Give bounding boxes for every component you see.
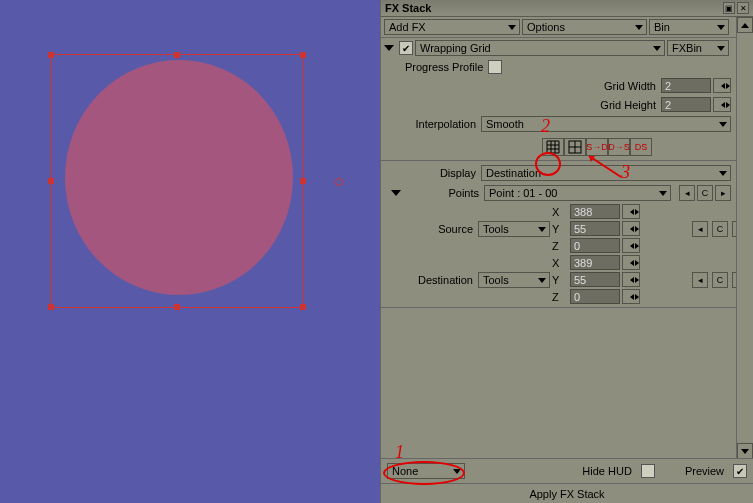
grid-width-label: Grid Width [604,80,659,92]
grid-height-spinner[interactable] [713,97,731,112]
points-disclosure[interactable] [391,190,401,196]
dest-prev-button[interactable]: ◂ [692,272,708,288]
progress-label: Progress Profile [405,61,486,73]
viewport-canvas[interactable] [0,0,380,503]
source-dropdown[interactable]: Tools [478,221,550,237]
handle-bl[interactable] [48,304,54,310]
bottom-bar: None Hide HUD Preview ✔ [381,458,753,483]
titlebar-collapse-icon[interactable]: ▣ [723,2,735,14]
source-x-spinner[interactable] [622,204,640,219]
grid-height-field[interactable]: 2 [661,97,711,112]
preview-label: Preview [685,465,727,477]
scroll-up-button[interactable] [737,17,753,33]
fxbin-label: FXBin [672,42,716,54]
grid-width-field[interactable]: 2 [661,78,711,93]
source-prev-button[interactable]: ◂ [692,221,708,237]
points-value: Point : 01 - 00 [489,187,658,199]
ds-swap-button[interactable]: DS [630,138,652,156]
handle-bm[interactable] [174,304,180,310]
dest-x-spinner[interactable] [622,255,640,270]
handle-mr[interactable] [300,178,306,184]
destination-dropdown[interactable]: Tools [478,272,550,288]
handle-tl[interactable] [48,52,54,58]
source-to-dest-button[interactable]: S→D [586,138,608,156]
progress-swatch[interactable] [488,60,502,74]
effect-dropdown[interactable]: Wrapping Grid [415,40,665,56]
source-y-spinner[interactable] [622,221,640,236]
source-c-button[interactable]: C [712,221,728,237]
source-x-field[interactable]: 388 [570,204,620,219]
rotate-handle[interactable] [335,178,343,186]
destination-block: X 389 Destination Tools Y 55 ◂ C ▸ Z 0 [381,254,753,305]
preview-checkbox[interactable]: ✔ [733,464,747,478]
source-z-label: Z [552,238,568,253]
options-dropdown[interactable]: Options [522,19,647,35]
display-value: Destination [486,167,718,179]
dest-z-field[interactable]: 0 [570,289,620,304]
mode-label: None [392,465,452,477]
bin-label: Bin [654,21,716,33]
source-z-field[interactable]: 0 [570,238,620,253]
progress-row: Progress Profile [381,58,753,76]
effect-disclosure[interactable] [384,45,394,51]
points-label: Points [406,187,482,199]
source-z-spinner[interactable] [622,238,640,253]
destination-label: Destination [384,272,476,287]
handle-tr[interactable] [300,52,306,58]
points-dropdown[interactable]: Point : 01 - 00 [484,185,671,201]
source-x-label: X [552,204,568,219]
grid-height-row: Grid Height 2 [381,95,753,114]
grid-single-icon[interactable] [564,138,586,156]
titlebar-close-icon[interactable]: ✕ [737,2,749,14]
dest-x-label: X [552,255,568,270]
display-dropdown[interactable]: Destination [481,165,731,181]
panel-titlebar: FX Stack ▣ ✕ [381,0,753,17]
fx-stack-panel: FX Stack ▣ ✕ Add FX Options Bin ✔ Wrappi… [380,0,753,503]
apply-fx-stack-button[interactable]: Apply FX Stack [381,483,753,503]
grid-icon-row: S→D D→S DS [381,134,753,158]
display-label: Display [421,167,479,179]
interpolation-dropdown[interactable]: Smooth [481,116,731,132]
bin-dropdown[interactable]: Bin [649,19,729,35]
points-prev-button[interactable]: ◂ [679,185,695,201]
effect-enabled-checkbox[interactable]: ✔ [399,41,413,55]
toolbar-row: Add FX Options Bin [381,17,753,38]
source-y-field[interactable]: 55 [570,221,620,236]
selection-box[interactable] [50,54,304,308]
handle-ml[interactable] [48,178,54,184]
hide-hud-checkbox[interactable] [641,464,655,478]
fxbin-dropdown[interactable]: FXBin [667,40,729,56]
mode-dropdown[interactable]: None [387,463,465,479]
handle-br[interactable] [300,304,306,310]
interpolation-value: Smooth [486,118,718,130]
destination-value: Tools [483,274,537,286]
handle-tm[interactable] [174,52,180,58]
effect-header: ✔ Wrapping Grid FXBin [381,38,753,58]
add-fx-label: Add FX [389,21,507,33]
dest-c-button[interactable]: C [712,272,728,288]
interpolation-label: Interpolation [401,118,479,130]
interpolation-row: Interpolation Smooth [381,114,753,134]
grid-width-spinner[interactable] [713,78,731,93]
grid-height-label: Grid Height [600,99,659,111]
add-fx-dropdown[interactable]: Add FX [384,19,520,35]
panel-scrollbar[interactable] [736,17,753,459]
options-label: Options [527,21,634,33]
dest-z-label: Z [552,289,568,304]
scroll-down-button[interactable] [737,443,753,459]
source-y-label: Y [552,221,568,236]
dest-y-label: Y [552,272,568,287]
grid-all-icon[interactable] [542,138,564,156]
display-row: Display Destination [381,163,753,183]
source-label: Source [384,221,476,236]
dest-x-field[interactable]: 389 [570,255,620,270]
panel-title: FX Stack [385,2,431,14]
points-next-button[interactable]: ▸ [715,185,731,201]
effect-name: Wrapping Grid [420,42,652,54]
dest-z-spinner[interactable] [622,289,640,304]
dest-y-spinner[interactable] [622,272,640,287]
dest-to-source-button[interactable]: D→S [608,138,630,156]
dest-y-field[interactable]: 55 [570,272,620,287]
points-c-button[interactable]: C [697,185,713,201]
source-value: Tools [483,223,537,235]
